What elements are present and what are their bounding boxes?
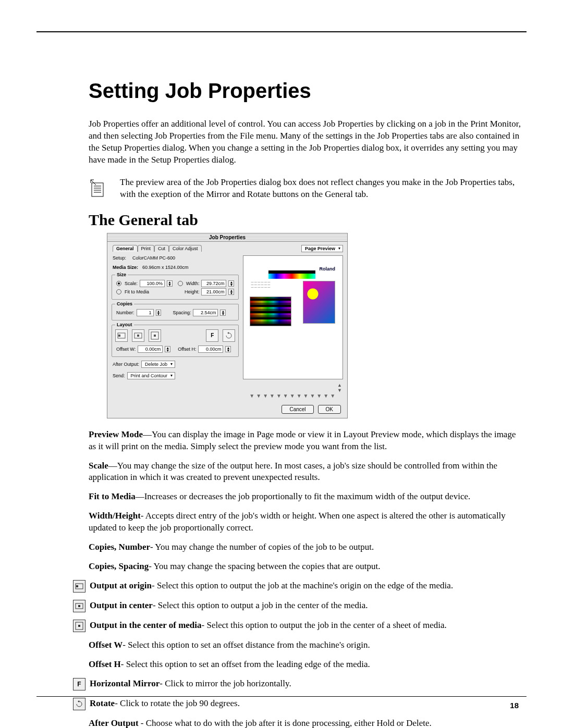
send-row: Send: Print and Contour▾ <box>112 372 239 380</box>
media-size-row: Media Size: 60.96cm x 1524.00cm <box>112 264 239 270</box>
layout-group: Layout F <box>112 325 239 357</box>
copies-spacing-stepper[interactable]: ▲▼ <box>220 310 226 316</box>
job-properties-dialog: Job Properties General Print Cut Color A… <box>107 233 348 418</box>
intro-paragraph: Job Properties offer an additional level… <box>89 118 521 166</box>
after-output-label: After Output: <box>113 362 139 367</box>
width-input[interactable]: 29.72cm <box>201 280 226 287</box>
footer-rule <box>36 696 527 697</box>
copies-legend: Copies <box>115 301 134 306</box>
scale-input[interactable]: 100.0% <box>140 280 165 287</box>
note-row: The preview area of the Job Properties d… <box>89 177 527 201</box>
dialog-figure: Job Properties General Print Cut Color A… <box>107 233 527 418</box>
page-number: 18 <box>510 701 519 710</box>
sample-photo <box>303 281 335 324</box>
chevron-down-icon: ▾ <box>170 373 173 378</box>
fit-label: Fit to Media <box>125 289 149 294</box>
copies-number-label: Number: <box>116 310 134 315</box>
tab-cut[interactable]: Cut <box>154 245 169 252</box>
copies-spacing-input[interactable]: 2.54cm <box>193 309 218 316</box>
svg-rect-14 <box>78 605 80 607</box>
note-icon <box>89 178 109 199</box>
fit-radio[interactable] <box>116 289 121 294</box>
send-label: Send: <box>113 373 125 378</box>
offset-h-label: Offset H: <box>178 347 196 352</box>
def-offset-h: Offset H- Select this option to set an o… <box>89 659 521 671</box>
height-input[interactable]: 21.00cm <box>201 288 226 295</box>
offset-w-input[interactable]: 0.00cm <box>138 346 163 353</box>
tab-print[interactable]: Print <box>138 245 155 252</box>
chevron-down-icon: ▾ <box>338 246 340 251</box>
scale-stepper[interactable]: ▲▼ <box>167 280 173 287</box>
def-output-center-media: Output in the center of media- Select th… <box>73 620 521 632</box>
setup-value: ColorCAMM PC-600 <box>132 255 175 261</box>
offset-w-label: Offset W: <box>116 347 136 352</box>
svg-rect-0 <box>92 183 103 196</box>
dialog-titlebar: Job Properties <box>107 233 347 242</box>
height-label: Height: <box>185 289 200 294</box>
scale-radio[interactable] <box>116 281 121 286</box>
output-center-icon[interactable] <box>132 329 144 342</box>
after-output-row: After Output: Delete Job▾ <box>112 360 239 368</box>
copies-group: Copies Number: 1 ▲▼ Spacing: 2.54cm ▲▼ <box>112 304 239 320</box>
offset-h-stepper[interactable]: ▲▼ <box>225 346 231 352</box>
copies-number-stepper[interactable]: ▲▼ <box>156 310 162 316</box>
cancel-button[interactable]: Cancel <box>282 405 313 414</box>
dialog-tabs: General Print Cut Color Adjust <box>112 245 239 252</box>
color-swatches <box>250 297 291 326</box>
output-center-icon <box>73 600 85 612</box>
offset-h-input[interactable]: 0.00cm <box>198 346 223 353</box>
copies-number-input[interactable]: 1 <box>137 309 154 316</box>
preview-ruler: ▼▼▼▼▼▼▼▼▼▼▼▼▼ <box>243 393 343 399</box>
output-origin-icon <box>73 580 85 593</box>
send-select[interactable]: Print and Contour▾ <box>127 372 176 379</box>
width-label: Width: <box>186 281 200 286</box>
setup-row: Setup: ColorCAMM PC-600 <box>112 255 239 261</box>
output-center-media-icon <box>73 620 85 632</box>
size-group: Size Scale: 100.0% ▲▼ Width: 29.72cm ▲▼ <box>112 275 239 300</box>
def-rotate: Rotate- Click to rotate the job 90 degre… <box>73 698 521 710</box>
def-copies-spacing: Copies, Spacing- You may change the spac… <box>89 561 521 573</box>
page-title: Setting Job Properties <box>36 79 527 103</box>
def-width-height: Width/Height- Accepts direct entry of th… <box>89 510 521 534</box>
document-page: Setting Job Properties Job Properties of… <box>0 0 563 728</box>
preview-mode-select[interactable]: Page Preview▾ <box>301 245 343 252</box>
chevron-down-icon: ▾ <box>170 362 173 366</box>
preview-scroll[interactable]: ▲▼ <box>243 382 343 393</box>
mirror-button[interactable]: F <box>206 329 218 342</box>
def-after-output: After Output - Choose what to do with th… <box>89 718 521 728</box>
layout-legend: Layout <box>115 322 134 327</box>
def-output-origin: Output at origin- Select this option to … <box>73 580 521 593</box>
svg-rect-16 <box>78 625 80 627</box>
after-output-select[interactable]: Delete Job▾ <box>141 361 175 368</box>
size-legend: Size <box>115 272 128 277</box>
def-preview-mode: Preview Mode—You can display the image i… <box>89 429 521 453</box>
scale-label: Scale: <box>125 281 138 286</box>
preview-area: Roland — — — — — —— — — — — —— — — — — — <box>243 255 343 379</box>
def-copies-number: Copies, Number- You may change the numbe… <box>89 541 521 553</box>
def-fit: Fit to Media—Increases or decreases the … <box>89 491 521 503</box>
svg-rect-6 <box>118 335 120 337</box>
def-output-center: Output in center- Select this option to … <box>73 600 521 612</box>
offset-w-stepper[interactable]: ▲▼ <box>165 346 170 352</box>
top-rule <box>36 31 527 32</box>
mirror-icon: F <box>73 678 85 690</box>
tab-color-adjust[interactable]: Color Adjust <box>169 245 202 252</box>
tab-general[interactable]: General <box>113 245 138 252</box>
output-center-media-icon[interactable] <box>149 329 161 342</box>
media-size-label: Media Size: <box>113 265 138 270</box>
rotate-button[interactable] <box>223 329 235 342</box>
def-scale: Scale—You may change the size of the out… <box>89 460 521 484</box>
media-size-value: 60.96cm x 1524.00cm <box>142 265 189 270</box>
svg-rect-10 <box>154 335 156 337</box>
width-radio[interactable] <box>178 281 183 286</box>
def-offset-w: Offset W- Select this option to set an o… <box>89 639 521 651</box>
width-stepper[interactable]: ▲▼ <box>228 280 234 287</box>
subsection-heading: The General tab <box>89 211 527 229</box>
color-strip <box>268 270 315 279</box>
ok-button[interactable]: OK <box>318 405 341 414</box>
height-stepper[interactable]: ▲▼ <box>228 289 234 295</box>
rotate-icon <box>73 698 85 710</box>
brand-logo: Roland <box>320 266 336 272</box>
output-origin-icon[interactable] <box>115 329 128 342</box>
setup-label: Setup: <box>113 255 126 261</box>
